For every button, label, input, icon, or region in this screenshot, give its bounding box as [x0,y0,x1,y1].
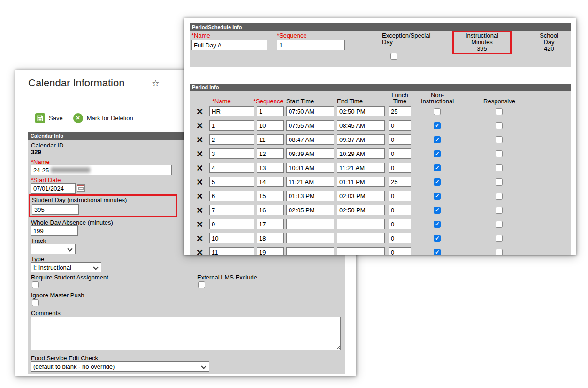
responsive-checkbox[interactable] [496,108,503,115]
period-lunch-input[interactable] [389,163,411,173]
period-name-input[interactable] [209,134,254,145]
period-sequence-input[interactable] [257,177,284,187]
delete-period-icon[interactable]: ✕ [196,233,203,244]
favorite-star-icon[interactable]: ☆ [152,78,160,89]
period-name-input[interactable] [209,120,254,131]
delete-period-icon[interactable]: ✕ [196,248,203,255]
period-sequence-input[interactable] [257,106,284,116]
require-student-assignment-checkbox[interactable] [32,281,39,288]
delete-period-icon[interactable]: ✕ [196,191,203,202]
period-name-input[interactable] [209,205,254,215]
whole-day-absence-input[interactable] [31,225,78,236]
schedule-sequence-input[interactable] [277,40,345,50]
non-instructional-checkbox[interactable] [434,108,441,115]
comments-textarea[interactable] [31,317,341,350]
non-instructional-checkbox[interactable] [434,235,441,242]
period-lunch-input[interactable] [389,191,411,201]
non-instructional-checkbox[interactable] [434,136,441,143]
type-select[interactable]: I: Instructional [31,262,101,272]
responsive-checkbox[interactable] [496,164,503,171]
delete-period-icon[interactable]: ✕ [196,149,203,159]
non-instructional-checkbox[interactable] [434,164,441,171]
period-start-input[interactable] [286,219,334,229]
period-end-input[interactable] [337,177,385,187]
period-end-input[interactable] [337,163,385,173]
period-name-input[interactable] [209,177,254,187]
period-name-input[interactable] [209,191,254,201]
delete-period-icon[interactable]: ✕ [196,121,203,131]
period-end-input[interactable] [337,219,385,229]
responsive-checkbox[interactable] [496,193,503,200]
food-service-edit-check-select[interactable]: (default to blank - no override) [31,361,209,372]
non-instructional-checkbox[interactable] [434,193,441,200]
period-lunch-input[interactable] [389,247,411,255]
external-lms-exclude-checkbox[interactable] [198,281,205,288]
exception-special-day-checkbox[interactable] [390,53,397,60]
responsive-checkbox[interactable] [496,136,503,143]
responsive-checkbox[interactable] [496,207,503,214]
period-lunch-input[interactable] [389,233,411,243]
delete-period-icon[interactable]: ✕ [196,107,203,117]
responsive-checkbox[interactable] [496,150,503,157]
period-end-input[interactable] [337,205,385,215]
student-day-input[interactable] [32,204,79,215]
period-lunch-input[interactable] [389,177,411,187]
period-start-input[interactable] [286,134,334,145]
period-lunch-input[interactable] [389,106,411,116]
period-start-input[interactable] [286,148,334,159]
non-instructional-checkbox[interactable] [434,122,441,129]
period-end-input[interactable] [337,120,385,131]
track-select[interactable] [31,244,76,254]
period-start-input[interactable] [286,106,334,116]
non-instructional-checkbox[interactable] [434,150,441,157]
period-sequence-input[interactable] [257,134,284,145]
period-start-input[interactable] [286,120,334,131]
non-instructional-checkbox[interactable] [434,249,441,255]
non-instructional-checkbox[interactable] [434,207,441,214]
responsive-checkbox[interactable] [496,249,503,255]
period-start-input[interactable] [286,205,334,215]
non-instructional-checkbox[interactable] [434,178,441,186]
period-end-input[interactable] [337,247,385,255]
period-end-input[interactable] [337,148,385,159]
period-start-input[interactable] [286,177,334,187]
period-sequence-input[interactable] [257,191,284,201]
period-sequence-input[interactable] [257,219,284,229]
delete-period-icon[interactable]: ✕ [196,219,203,230]
period-lunch-input[interactable] [389,219,411,229]
period-name-input[interactable] [209,233,254,243]
non-instructional-checkbox[interactable] [434,221,441,228]
period-start-input[interactable] [286,247,334,255]
responsive-checkbox[interactable] [496,122,503,129]
period-name-input[interactable] [209,163,254,173]
period-lunch-input[interactable] [389,120,411,131]
period-lunch-input[interactable] [389,134,411,145]
start-date-input[interactable] [31,183,76,194]
period-name-input[interactable] [209,148,254,159]
period-end-input[interactable] [337,191,385,201]
calendar-picker-icon[interactable] [77,184,85,192]
delete-period-icon[interactable]: ✕ [196,205,203,216]
delete-period-icon[interactable]: ✕ [196,163,203,173]
mark-for-deletion-button[interactable]: ✕ Mark for Deletion [73,113,133,123]
period-sequence-input[interactable] [257,247,284,255]
period-lunch-input[interactable] [389,148,411,159]
period-sequence-input[interactable] [257,205,284,215]
period-start-input[interactable] [286,163,334,173]
period-sequence-input[interactable] [257,148,284,159]
save-button[interactable]: Save [35,113,63,123]
delete-period-icon[interactable]: ✕ [196,135,203,145]
period-end-input[interactable] [337,134,385,145]
delete-period-icon[interactable]: ✕ [196,177,203,187]
period-end-input[interactable] [337,233,385,243]
responsive-checkbox[interactable] [496,221,503,228]
period-start-input[interactable] [286,191,334,201]
period-name-input[interactable] [209,247,254,255]
responsive-checkbox[interactable] [496,235,503,242]
period-sequence-input[interactable] [257,233,284,243]
period-lunch-input[interactable] [389,205,411,215]
ignore-master-push-checkbox[interactable] [32,299,39,306]
period-name-input[interactable] [209,106,254,116]
period-sequence-input[interactable] [257,163,284,173]
period-name-input[interactable] [209,219,254,229]
